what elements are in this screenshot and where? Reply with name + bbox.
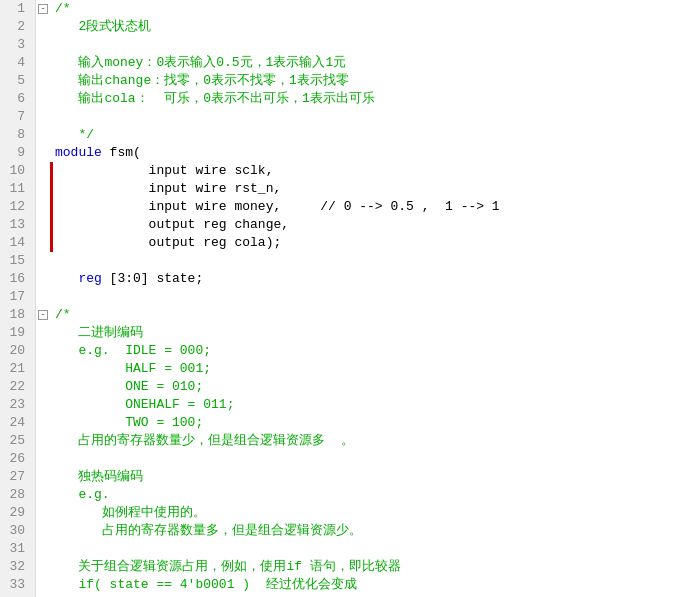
line-number: 11 <box>6 180 29 198</box>
line-content: e.g. <box>53 486 700 504</box>
line-number: 22 <box>6 378 29 396</box>
line-number: 24 <box>6 414 29 432</box>
line-numbers: 1234567891011121314151617181920212223242… <box>0 0 36 597</box>
token: 独热码编码 <box>55 469 143 484</box>
token: TWO = 100; <box>55 415 203 430</box>
line-number: 33 <box>6 576 29 594</box>
line-content: 占用的寄存器数量多，但是组合逻辑资源少。 <box>53 522 700 540</box>
fold-gutter <box>36 414 50 432</box>
code-line: output reg change, <box>36 216 700 234</box>
token: 输出change：找零，0表示不找零，1表示找零 <box>55 73 349 88</box>
line-number: 20 <box>6 342 29 360</box>
code-line: */ <box>36 126 700 144</box>
fold-gutter <box>36 288 50 306</box>
fold-gutter <box>36 126 50 144</box>
code-line: 输入money：0表示输入0.5元，1表示输入1元 <box>36 54 700 72</box>
line-number: 21 <box>6 360 29 378</box>
fold-gutter <box>36 72 50 90</box>
token: input wire rst_n, <box>55 181 281 196</box>
code-content-area: -/* 2段式状态机 输入money：0表示输入0.5元，1表示输入1元 输出c… <box>36 0 700 597</box>
code-line <box>36 252 700 270</box>
fold-gutter: - <box>36 0 50 18</box>
token: [3:0] state; <box>110 271 204 286</box>
code-line: ONEHALF = 011; <box>36 396 700 414</box>
fold-gutter <box>36 144 50 162</box>
line-number: 1 <box>6 0 29 18</box>
line-content: module fsm( <box>53 144 700 162</box>
line-content: input wire rst_n, <box>53 180 700 198</box>
line-content: 输出cola： 可乐，0表示不出可乐，1表示出可乐 <box>53 90 700 108</box>
line-number: 17 <box>6 288 29 306</box>
fold-marker[interactable]: - <box>38 4 48 14</box>
code-line: HALF = 001; <box>36 360 700 378</box>
token: module <box>55 145 110 160</box>
line-number: 13 <box>6 216 29 234</box>
line-content: input wire money, // 0 --> 0.5 , 1 --> 1 <box>53 198 700 216</box>
token: fsm( <box>110 145 141 160</box>
fold-gutter <box>36 504 50 522</box>
line-number: 5 <box>6 72 29 90</box>
token: */ <box>55 127 94 142</box>
token: 2段式状态机 <box>55 19 151 34</box>
fold-gutter <box>36 450 50 468</box>
line-content: 输入money：0表示输入0.5元，1表示输入1元 <box>53 54 700 72</box>
fold-gutter <box>36 36 50 54</box>
fold-gutter <box>36 486 50 504</box>
line-number: 16 <box>6 270 29 288</box>
line-content: reg [3:0] state; <box>53 270 700 288</box>
code-line: TWO = 100; <box>36 414 700 432</box>
fold-gutter <box>36 180 50 198</box>
line-content <box>53 540 700 558</box>
token: if( state == 4'b0001 ) 经过优化会变成 <box>55 577 357 592</box>
line-content: /* <box>53 0 700 18</box>
fold-gutter <box>36 342 50 360</box>
line-content <box>53 108 700 126</box>
line-number: 23 <box>6 396 29 414</box>
code-line: 如例程中使用的。 <box>36 504 700 522</box>
token: e.g. <box>55 487 110 502</box>
token: 如例程中使用的。 <box>55 505 206 520</box>
line-content: input wire sclk, <box>53 162 700 180</box>
code-line: -/* <box>36 0 700 18</box>
token: input wire money, // 0 --> 0.5 , 1 --> 1 <box>55 199 500 214</box>
line-content: output reg change, <box>53 216 700 234</box>
line-content: HALF = 001; <box>53 360 700 378</box>
line-content <box>53 450 700 468</box>
code-line <box>36 36 700 54</box>
fold-gutter <box>36 432 50 450</box>
fold-marker[interactable]: - <box>38 310 48 320</box>
code-line: output reg cola); <box>36 234 700 252</box>
fold-gutter <box>36 540 50 558</box>
code-line: 关于组合逻辑资源占用，例如，使用if 语句，即比较器 <box>36 558 700 576</box>
line-content <box>53 252 700 270</box>
code-line: input wire sclk, <box>36 162 700 180</box>
line-content: 关于组合逻辑资源占用，例如，使用if 语句，即比较器 <box>53 558 700 576</box>
token: 二进制编码 <box>55 325 143 340</box>
fold-gutter <box>36 270 50 288</box>
token: 输入money：0表示输入0.5元，1表示输入1元 <box>55 55 346 70</box>
line-content: ONEHALF = 011; <box>53 396 700 414</box>
line-content: ONE = 010; <box>53 378 700 396</box>
line-number: 14 <box>6 234 29 252</box>
code-line: e.g. <box>36 486 700 504</box>
token: 占用的寄存器数量少，但是组合逻辑资源多 。 <box>55 433 354 448</box>
fold-gutter <box>36 198 50 216</box>
line-number: 15 <box>6 252 29 270</box>
token: HALF = 001; <box>55 361 211 376</box>
fold-gutter <box>36 252 50 270</box>
code-line: 占用的寄存器数量少，但是组合逻辑资源多 。 <box>36 432 700 450</box>
line-content: 独热码编码 <box>53 468 700 486</box>
code-line: input wire rst_n, <box>36 180 700 198</box>
fold-gutter <box>36 108 50 126</box>
line-content: if( state == 4'b0001 ) 经过优化会变成 <box>53 576 700 594</box>
code-line <box>36 540 700 558</box>
fold-gutter <box>36 216 50 234</box>
line-number: 27 <box>6 468 29 486</box>
token: 占用的寄存器数量多，但是组合逻辑资源少。 <box>55 523 362 538</box>
token: /* <box>55 307 71 322</box>
code-line <box>36 450 700 468</box>
line-number: 9 <box>6 144 29 162</box>
line-number: 26 <box>6 450 29 468</box>
code-editor: 1234567891011121314151617181920212223242… <box>0 0 700 597</box>
token: ONE = 010; <box>55 379 203 394</box>
